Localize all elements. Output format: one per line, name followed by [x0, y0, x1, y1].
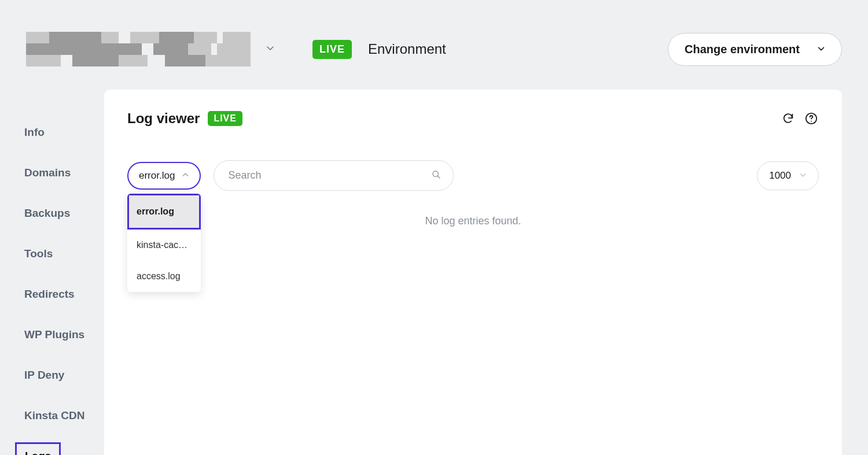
sidebar-item-ip-deny[interactable]: IP Deny [24, 361, 64, 389]
environment-live-badge: LIVE [312, 40, 352, 59]
site-dropdown-chevron-icon[interactable] [266, 43, 275, 56]
log-file-select-value: error.log [139, 170, 175, 182]
sidebar-item-info[interactable]: Info [24, 119, 45, 146]
chevron-down-icon [799, 171, 807, 180]
sidebar-item-kinsta-cdn[interactable]: Kinsta CDN [24, 402, 85, 430]
sidebar-item-wp-plugins[interactable]: WP Plugins [24, 321, 84, 349]
panel-title: Log viewer [127, 110, 200, 127]
change-environment-button[interactable]: Change environment [668, 33, 842, 66]
log-file-select[interactable]: error.log [127, 162, 201, 190]
dropdown-option-kinsta-cache[interactable]: kinsta-cac… [127, 230, 201, 261]
panel-actions [781, 111, 819, 126]
sidebar-item-redirects[interactable]: Redirects [24, 280, 75, 308]
sidebar: Info Domains Backups Tools Redirects WP … [0, 90, 104, 455]
lines-count-select[interactable]: 1000 [757, 161, 819, 190]
site-name-redacted [26, 32, 251, 66]
log-file-dropdown: error.log kinsta-cac… access.log [127, 194, 201, 292]
chevron-up-icon [182, 171, 189, 180]
sidebar-item-domains[interactable]: Domains [24, 159, 71, 187]
sidebar-item-tools[interactable]: Tools [24, 240, 53, 268]
lines-count-value: 1000 [769, 170, 791, 182]
change-environment-label: Change environment [685, 43, 800, 56]
search-wrapper [214, 160, 454, 191]
empty-log-message: No log entries found. [127, 215, 819, 227]
sidebar-item-logs[interactable]: Logs [15, 442, 61, 455]
dropdown-option-error-log[interactable]: error.log [127, 194, 201, 230]
controls-row: error.log 1000 error.log kinsta-cac [127, 160, 819, 191]
environment-label: Environment [368, 41, 446, 57]
dropdown-option-access-log[interactable]: access.log [127, 261, 201, 292]
chevron-down-icon [817, 45, 825, 54]
help-icon[interactable] [804, 111, 819, 126]
content-area: Info Domains Backups Tools Redirects WP … [0, 90, 868, 455]
panel-live-badge: LIVE [208, 111, 242, 126]
log-viewer-panel: Log viewer LIVE error.log [104, 90, 842, 455]
sidebar-item-backups[interactable]: Backups [24, 199, 70, 227]
panel-header: Log viewer LIVE [127, 110, 819, 127]
refresh-icon[interactable] [781, 111, 796, 126]
search-input[interactable] [214, 160, 454, 191]
page-header: LIVE Environment Change environment [0, 0, 868, 90]
